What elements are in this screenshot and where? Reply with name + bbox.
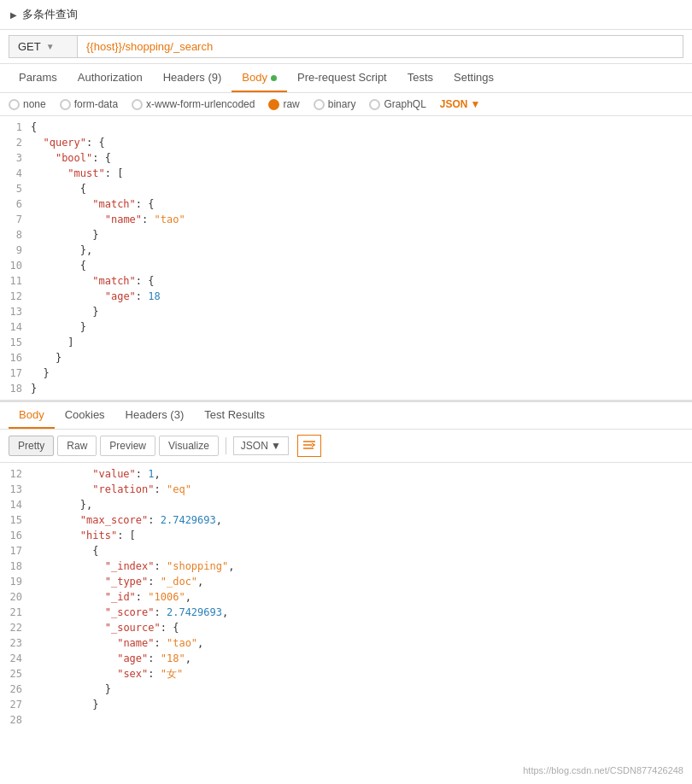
resp-tab-body[interactable]: Body	[9, 402, 55, 429]
format-separator	[226, 437, 226, 454]
json-type-select[interactable]: JSON ▼	[440, 98, 481, 110]
line-number: 24	[0, 651, 31, 666]
line-number: 13	[0, 482, 31, 497]
resp-json-chevron-icon: ▼	[271, 440, 281, 452]
line-number: 10	[0, 258, 31, 273]
resp-tab-headers[interactable]: Headers (3)	[115, 402, 195, 429]
table-row: 26 }	[0, 682, 692, 697]
table-row: 11 "match": {	[0, 273, 692, 289]
tab-tests[interactable]: Tests	[397, 64, 443, 92]
radio-none-icon	[9, 99, 20, 110]
table-row: 23 "name": "tao",	[0, 635, 692, 651]
table-row: 18}	[0, 381, 692, 396]
body-type-urlencoded[interactable]: x-www-form-urlencoded	[132, 98, 255, 110]
table-row: 22 "_source": {	[0, 620, 692, 635]
table-row: 9 },	[0, 243, 692, 258]
line-number: 9	[0, 243, 31, 258]
body-type-raw[interactable]: raw	[268, 98, 299, 110]
line-content: "name": "tao"	[31, 212, 692, 227]
table-row: 18 "_index": "shopping",	[0, 559, 692, 574]
expand-arrow-icon[interactable]: ▶	[10, 10, 17, 20]
resp-tab-testresults[interactable]: Test Results	[194, 402, 275, 429]
line-content: "name": "tao",	[31, 635, 692, 651]
line-content: "_source": {	[31, 620, 692, 635]
line-number: 15	[0, 335, 31, 350]
table-row: 3 "bool": {	[0, 150, 692, 166]
line-number: 28	[0, 712, 31, 728]
line-number: 25	[0, 666, 31, 682]
radio-binary-icon	[314, 99, 325, 110]
fmt-pretty-btn[interactable]: Pretty	[9, 436, 54, 456]
table-row: 13 "relation": "eq"	[0, 482, 692, 497]
fmt-visualize-btn[interactable]: Visualize	[159, 436, 219, 456]
line-number: 26	[0, 682, 31, 697]
tab-body[interactable]: Body	[232, 64, 287, 92]
watermark: https://blog.csdn.net/CSDN877426248	[523, 765, 683, 775]
line-content: "bool": {	[31, 150, 692, 166]
line-content: "_type": "_doc",	[31, 574, 692, 589]
table-row: 16 "hits": [	[0, 528, 692, 543]
line-content: }	[31, 381, 692, 396]
resp-tab-cookies[interactable]: Cookies	[55, 402, 115, 429]
line-content: }	[31, 227, 692, 243]
wrap-btn[interactable]	[297, 435, 321, 457]
line-number: 18	[0, 381, 31, 396]
line-number: 17	[0, 543, 31, 559]
line-number: 12	[0, 466, 31, 482]
line-content: "sex": "女"	[31, 666, 692, 682]
line-number: 20	[0, 589, 31, 605]
table-row: 14 }	[0, 319, 692, 335]
line-content: }	[31, 350, 692, 366]
table-row: 17 }	[0, 366, 692, 381]
line-content: "value": 1,	[31, 466, 692, 482]
line-number: 6	[0, 196, 31, 212]
tab-prerequest[interactable]: Pre-request Script	[287, 64, 397, 92]
fmt-raw-btn[interactable]: Raw	[57, 436, 97, 456]
line-number: 27	[0, 697, 31, 712]
topbar-title: 多条件查询	[22, 7, 78, 22]
request-code-editor[interactable]: 1{2 "query": {3 "bool": {4 "must": [5 {6…	[0, 116, 692, 401]
line-content: },	[31, 243, 692, 258]
request-tabs: Params Authorization Headers (9) Body Pr…	[0, 64, 692, 93]
radio-raw-icon	[268, 99, 279, 110]
line-content: ]	[31, 335, 692, 350]
response-tabs: Body Cookies Headers (3) Test Results	[0, 401, 692, 430]
body-type-none[interactable]: none	[9, 98, 46, 110]
fmt-preview-btn[interactable]: Preview	[100, 436, 155, 456]
line-number: 11	[0, 273, 31, 289]
line-content: }	[31, 304, 692, 319]
line-content: "query": {	[31, 135, 692, 150]
body-type-formdata[interactable]: form-data	[60, 98, 118, 110]
table-row: 17 {	[0, 543, 692, 559]
table-row: 19 "_type": "_doc",	[0, 574, 692, 589]
tab-authorization[interactable]: Authorization	[67, 64, 153, 92]
line-content: "relation": "eq"	[31, 482, 692, 497]
body-type-binary[interactable]: binary	[314, 98, 356, 110]
resp-json-select[interactable]: JSON ▼	[233, 436, 289, 455]
line-content: {	[31, 120, 692, 135]
table-row: 24 "age": "18",	[0, 651, 692, 666]
line-content: "_index": "shopping",	[31, 559, 692, 574]
line-content: {	[31, 181, 692, 196]
chevron-down-icon: ▼	[46, 42, 55, 51]
body-type-graphql[interactable]: GraphQL	[369, 98, 425, 110]
response-format-row: Pretty Raw Preview Visualize JSON ▼	[0, 430, 692, 463]
table-row: 12 "age": 18	[0, 289, 692, 304]
tab-settings[interactable]: Settings	[443, 64, 504, 92]
line-content: {	[31, 258, 692, 273]
table-row: 15 "max_score": 2.7429693,	[0, 512, 692, 528]
tab-params[interactable]: Params	[9, 64, 67, 92]
table-row: 16 }	[0, 350, 692, 366]
url-input[interactable]	[77, 35, 683, 58]
line-number: 1	[0, 120, 31, 135]
line-content: }	[31, 697, 692, 712]
line-content: "_score": 2.7429693,	[31, 605, 692, 620]
tab-headers[interactable]: Headers (9)	[153, 64, 232, 92]
line-number: 5	[0, 181, 31, 196]
method-dropdown[interactable]: GET ▼	[9, 35, 77, 58]
line-content: }	[31, 682, 692, 697]
line-number: 2	[0, 135, 31, 150]
radio-formdata-icon	[60, 99, 71, 110]
line-content: "age": "18",	[31, 651, 692, 666]
json-chevron-icon: ▼	[471, 98, 481, 110]
